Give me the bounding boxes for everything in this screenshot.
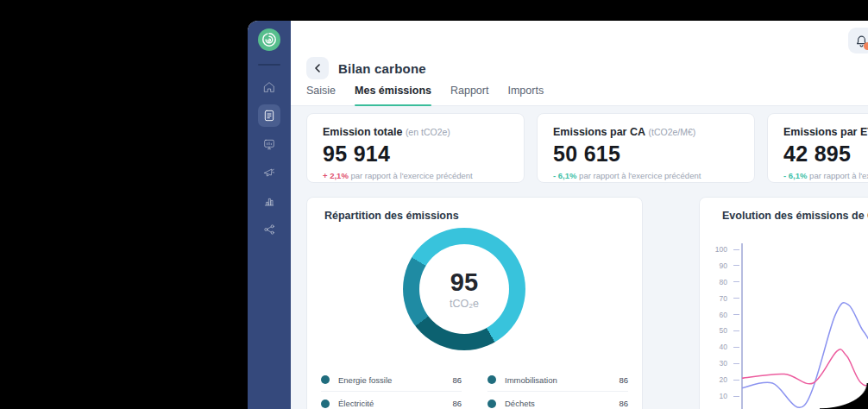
sidebar-item-home[interactable]	[258, 76, 280, 98]
home-icon	[262, 80, 276, 94]
kpi-label: Emission totale (en tCO2e)	[323, 126, 508, 138]
donut-legend: Energie fossile 86 Immobilisation 86 Éle…	[321, 368, 628, 409]
tab-mes-emissions[interactable]: Mes émissions	[355, 85, 431, 105]
legend-dot	[487, 400, 496, 408]
line-chart-title: Evolution des émissions de GES	[722, 210, 868, 222]
legend-item-energie-fossile: Energie fossile 86	[321, 368, 462, 392]
tab-imports[interactable]: Imports	[507, 85, 544, 105]
kpi-card-emissions-par-ca: Emissions par CA (tCO2e/M€) 50 615 - 6,1…	[537, 113, 755, 183]
back-button[interactable]	[306, 57, 329, 79]
legend-item-dechets: Déchets 86	[487, 392, 628, 409]
megaphone-icon	[262, 166, 276, 179]
kpi-value: 42 895	[783, 142, 868, 167]
sidebar-item-statistics[interactable]	[258, 190, 280, 212]
donut-center: 95 tCO₂e	[419, 244, 509, 334]
kpi-delta-pct: + 2,1%	[323, 171, 349, 180]
legend-item-electricite: Électricité 86	[321, 392, 462, 409]
chevron-left-icon	[313, 64, 322, 72]
legend-dot	[321, 375, 330, 384]
y-tick: 40	[700, 343, 739, 351]
kpi-label: Emissions par CA (tCO2e/M€)	[553, 126, 739, 138]
y-tick: 30	[700, 359, 739, 368]
sidebar-item-dashboard[interactable]	[258, 133, 280, 155]
sidebar-item-documents[interactable]	[258, 104, 280, 127]
kpi-delta: + 2,1% par rapport à l'exercice précéden…	[323, 171, 508, 180]
notifications-button[interactable]	[848, 28, 868, 53]
donut-chart-title: Répartition des émissions	[324, 210, 625, 222]
app-window: Bilan carbone Saisie Mes émissions Rappo…	[248, 21, 868, 409]
document-icon	[262, 109, 276, 123]
kpi-delta-pct: - 6,1%	[783, 171, 807, 180]
y-tick: 10	[700, 392, 739, 400]
kpi-card-emissions-par-etp: Emissions par ETP (tCO2e/ETP) 42 895 - 6…	[767, 113, 868, 183]
kpi-label: Emissions par ETP (tCO2e/ETP)	[783, 126, 868, 138]
presentation-chart-icon	[262, 137, 276, 151]
legend-dot	[487, 375, 496, 384]
donut-chart-card: Répartition des émissions 95 tCO₂e Energ…	[306, 197, 643, 409]
sidebar	[248, 21, 291, 409]
kpi-unit: (en tCO2e)	[406, 127, 450, 137]
sidebar-divider	[258, 64, 280, 66]
tab-bar: Saisie Mes émissions Rapport Imports	[291, 85, 868, 106]
sidebar-item-organization[interactable]	[258, 218, 280, 241]
main-content: Bilan carbone Saisie Mes émissions Rappo…	[291, 21, 868, 409]
y-tick: 100	[700, 245, 739, 254]
page-body: Emission totale (en tCO2e) 95 914 + 2,1%…	[291, 106, 868, 409]
kpi-delta: - 6,1% par rapport à l'exercice précéden…	[553, 171, 739, 180]
app-logo-icon	[257, 28, 281, 52]
y-tick: 20	[700, 375, 739, 384]
y-tick: 70	[700, 294, 739, 303]
kpi-unit: (tCO2e/M€)	[648, 127, 695, 137]
y-tick: 50	[700, 326, 739, 335]
hierarchy-icon	[262, 223, 276, 236]
bar-chart-icon	[262, 194, 276, 208]
legend-item-immobilisation: Immobilisation 86	[487, 368, 628, 392]
sidebar-item-campaigns[interactable]	[258, 161, 280, 184]
tab-rapport[interactable]: Rapport	[450, 85, 488, 105]
kpi-delta: - 6,1% par rapport à l'exercice précéden…	[783, 171, 868, 180]
kpi-value: 50 615	[553, 142, 739, 167]
y-tick: 60	[700, 311, 739, 319]
y-tick: 90	[700, 261, 739, 270]
legend-dot	[321, 400, 330, 408]
line-series	[742, 320, 868, 386]
page-title: Bilan carbone	[338, 61, 426, 76]
line-chart-card: Evolution des émissions de GES 100908070…	[699, 197, 868, 409]
donut-chart: 95 tCO₂e	[403, 228, 525, 350]
kpi-delta-pct: - 6,1%	[553, 171, 576, 180]
kpi-card-emission-totale: Emission totale (en tCO2e) 95 914 + 2,1%…	[306, 113, 525, 183]
donut-center-unit: tCO₂e	[450, 298, 479, 310]
notification-badge	[864, 42, 868, 50]
tab-saisie[interactable]: Saisie	[306, 85, 336, 105]
donut-center-value: 95	[450, 268, 478, 297]
kpi-value: 95 914	[323, 142, 508, 167]
rounded-corner-mask	[820, 383, 868, 409]
y-tick: 80	[700, 278, 739, 286]
